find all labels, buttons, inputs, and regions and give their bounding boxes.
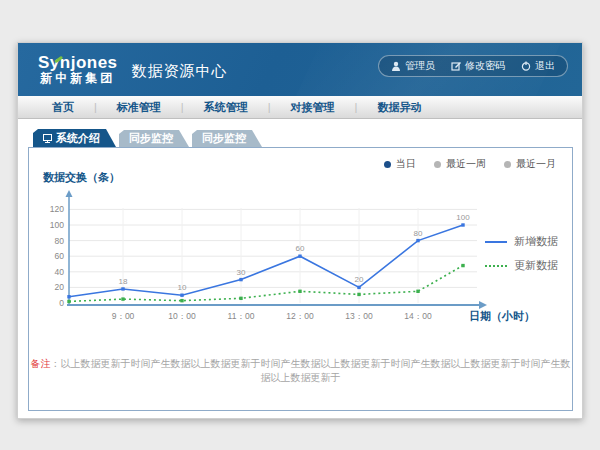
filter-today-label: 当日 — [396, 157, 416, 171]
svg-text:40: 40 — [55, 267, 65, 277]
svg-text:11：00: 11：00 — [228, 311, 255, 321]
svg-text:13：00: 13：00 — [345, 311, 373, 321]
monitor-icon — [43, 134, 52, 143]
line-chart: 0204060801001209：0010：0011：0012：0013：001… — [37, 186, 551, 334]
filter-last-month[interactable]: 最近一月 — [504, 157, 556, 171]
footnote: 备注：以上数据更新于时间产生数据以上数据更新于时间产生数据以上数据更新于时间产生… — [29, 357, 572, 385]
logout-button[interactable]: 退出 — [521, 59, 555, 73]
nav-item-system-mgmt[interactable]: 系统管理 — [184, 100, 268, 115]
nav-item-data-change[interactable]: 数据异动 — [357, 100, 441, 115]
svg-text:20: 20 — [55, 282, 65, 292]
svg-text:14：00: 14：00 — [404, 311, 432, 321]
y-axis-title: 数据交换（条） — [43, 170, 120, 185]
svg-text:80: 80 — [414, 229, 423, 238]
svg-text:12：00: 12：00 — [286, 311, 314, 321]
legend-label: 新增数据 — [514, 234, 558, 249]
power-icon — [521, 61, 531, 71]
change-password-label: 修改密码 — [465, 59, 505, 73]
filter-last-month-label: 最近一月 — [516, 157, 556, 171]
svg-text:20: 20 — [355, 275, 364, 284]
svg-text:100: 100 — [456, 213, 470, 222]
svg-text:10：00: 10：00 — [168, 311, 196, 321]
main-nav: 首页 | 标准管理 | 系统管理 | 对接管理 | 数据异动 — [18, 96, 582, 119]
footnote-prefix: 备注 — [31, 358, 51, 369]
user-menu-admin-label: 管理员 — [405, 59, 435, 73]
tab-sync-monitor-2[interactable]: 同步监控 — [192, 130, 262, 147]
svg-text:10: 10 — [178, 283, 187, 292]
logo: Synjones 新中新集团 — [38, 54, 118, 86]
solid-line-icon — [485, 241, 507, 243]
filter-today[interactable]: 当日 — [384, 157, 416, 171]
chart-panel: 当日 最近一周 最近一月 数据交换（条） 0204060801001209：00… — [28, 147, 573, 411]
time-range-filters: 当日 最近一周 最近一月 — [384, 157, 556, 171]
radio-dot-icon — [384, 161, 391, 168]
svg-text:100: 100 — [50, 220, 64, 230]
svg-text:18: 18 — [119, 277, 128, 286]
svg-text:30: 30 — [237, 268, 246, 277]
user-icon — [391, 61, 401, 71]
radio-dot-icon — [434, 161, 441, 168]
tab-label: 系统介绍 — [56, 131, 100, 146]
tab-label: 同步监控 — [202, 131, 246, 146]
filter-last-week-label: 最近一周 — [446, 157, 486, 171]
page-title: 数据资源中心 — [132, 62, 228, 81]
radio-dot-icon — [504, 161, 511, 168]
svg-text:0: 0 — [59, 298, 64, 308]
legend-item-updated-data: 更新数据 — [485, 258, 558, 273]
footnote-text: ：以上数据更新于时间产生数据以上数据更新于时间产生数据以上数据更新于时间产生数据… — [51, 358, 571, 383]
svg-text:9：00: 9：00 — [112, 311, 135, 321]
nav-item-home[interactable]: 首页 — [32, 100, 94, 115]
svg-text:120: 120 — [50, 204, 64, 214]
svg-text:80: 80 — [55, 236, 65, 246]
user-menu: 管理员 修改密码 退出 — [378, 55, 568, 77]
tab-bar: 系统介绍 同步监控 同步监控 — [18, 120, 582, 147]
logo-company: 新中新集团 — [38, 72, 118, 85]
dotted-line-icon — [485, 265, 507, 267]
tab-sync-monitor-1[interactable]: 同步监控 — [119, 130, 189, 147]
edit-icon — [451, 61, 461, 71]
user-menu-admin[interactable]: 管理员 — [391, 59, 435, 73]
legend-label: 更新数据 — [514, 258, 558, 273]
nav-item-interface-mgmt[interactable]: 对接管理 — [271, 100, 355, 115]
change-password-button[interactable]: 修改密码 — [451, 59, 505, 73]
filter-last-week[interactable]: 最近一周 — [434, 157, 486, 171]
svg-text:60: 60 — [296, 244, 305, 253]
logo-brand: Synjones — [38, 54, 118, 73]
app-window: Synjones 新中新集团 数据资源中心 管理员 修改密码 — [17, 42, 583, 419]
logout-label: 退出 — [535, 59, 555, 73]
nav-item-standard-mgmt[interactable]: 标准管理 — [97, 100, 181, 115]
tab-label: 同步监控 — [129, 131, 173, 146]
header: Synjones 新中新集团 数据资源中心 管理员 修改密码 — [18, 43, 582, 96]
svg-text:日期（小时）: 日期（小时） — [469, 310, 535, 323]
legend-item-new-data: 新增数据 — [485, 234, 558, 249]
chart-legend: 新增数据 更新数据 — [485, 234, 558, 282]
tab-system-intro[interactable]: 系统介绍 — [33, 129, 116, 147]
svg-text:60: 60 — [55, 251, 65, 261]
